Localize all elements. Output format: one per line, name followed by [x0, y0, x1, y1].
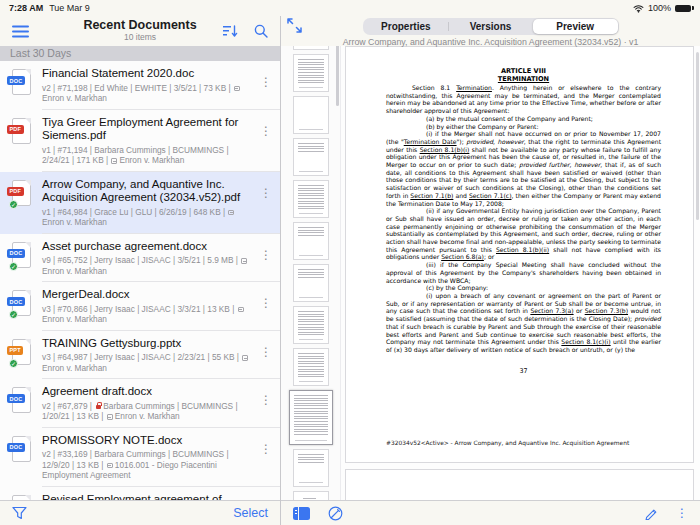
row-more-menu[interactable]: ⋮: [258, 393, 274, 407]
preview-scrollbar[interactable]: [696, 52, 699, 220]
row-more-menu[interactable]: ⋮: [258, 442, 274, 456]
row-more-menu[interactable]: ⋮: [258, 124, 274, 138]
file-type-icon: PPT ✓: [10, 339, 32, 366]
document-title: Agreement draft.docx: [42, 385, 258, 399]
file-type-icon: DOC ✓: [10, 436, 32, 463]
thumbnail-scrollbar[interactable]: [336, 42, 339, 106]
toggle-thumbnails-button[interactable]: [293, 507, 310, 520]
pdf-paragraph: (iii) if the Company Special Meeting sha…: [386, 261, 661, 284]
annotate-button[interactable]: [644, 506, 658, 520]
document-title: Financial Statement 2020.doc: [42, 67, 258, 81]
matter-icon: [242, 355, 248, 361]
file-type-icon: PDF ✓: [10, 180, 32, 207]
status-bar: 7:28 AM Tue Mar 9 100%: [0, 0, 700, 16]
pdf-preview[interactable]: ARTICLE VIII TERMINATION Section 8.1 Ter…: [341, 16, 700, 500]
matter-icon: [234, 86, 240, 92]
pdf-paragraph: Section 8.1 Termination. Anything herein…: [386, 84, 661, 115]
pdf-paragraph: (i) upon a breach of any covenant or agr…: [386, 292, 661, 354]
document-meta: v2 | #33,169 | Barbara Cummings | BCUMMI…: [42, 449, 258, 481]
expand-arrows-icon: [287, 18, 302, 33]
document-title: PROMISSORY NOTE.docx: [42, 434, 258, 448]
file-type-badge: DOC: [7, 297, 25, 306]
page-thumbnail-list: [281, 16, 340, 500]
file-type-icon: DOC ✓: [10, 387, 32, 414]
pdf-text: Section 8.1 Termination. Anything herein…: [386, 84, 661, 354]
page-thumbnail-strip: [281, 16, 341, 500]
app-window: 7:28 AM Tue Mar 9 100%: [0, 0, 700, 525]
search-button[interactable]: [254, 24, 268, 38]
list-header: Recent Documents 10 items: [0, 16, 280, 46]
document-meta: v3 | #70,866 | Jerry Isaac | JISAAC | 3/…: [42, 304, 258, 325]
menu-button[interactable]: [12, 25, 29, 38]
more-options-button[interactable]: ⋮: [676, 507, 688, 519]
select-button[interactable]: Select: [233, 506, 268, 520]
document-row[interactable]: PPT ✓ TRAINING Gettysburg.pptx v3 | #64,…: [0, 331, 280, 380]
file-type-icon: DOC ✓: [10, 242, 32, 269]
sidebar-panel-icon: [293, 507, 310, 520]
matter-icon: [111, 158, 117, 164]
termination-heading: TERMINATION: [386, 75, 661, 83]
document-row[interactable]: PDF ✓ Arrow Company, and Aquantive Inc. …: [0, 172, 280, 234]
file-type-icon: DOC ✓: [10, 69, 32, 96]
row-more-menu[interactable]: ⋮: [258, 248, 274, 262]
file-type-badge: PPT: [7, 346, 23, 355]
document-row[interactable]: DOC ✓ Financial Statement 2020.doc v2 | …: [0, 61, 280, 110]
document-list: DOC ✓ Financial Statement 2020.doc v2 | …: [0, 61, 280, 500]
checked-in-icon: ✓: [9, 359, 18, 368]
row-more-menu[interactable]: ⋮: [258, 75, 274, 89]
document-meta: v1 | #71,194 | Barbara Cummings | BCUMMI…: [42, 145, 258, 166]
document-row[interactable]: DOC ✓ PROMISSORY NOTE.docx v2 | #33,169 …: [0, 428, 280, 487]
tab-versions[interactable]: Versions: [448, 19, 533, 34]
hamburger-icon: [12, 25, 29, 38]
document-row[interactable]: DOC ✓ Agreement draft.docx v2 | #67,879 …: [0, 379, 280, 428]
document-row[interactable]: PDF ✓ Tiya Greer Employment Agreement fo…: [0, 110, 280, 172]
date: Tue Mar 9: [49, 3, 90, 13]
document-meta: v2 | #71,198 | Ed White | EWHITE | 3/5/2…: [42, 83, 258, 104]
document-title: Revised Employment agreement of Diego.do…: [42, 493, 258, 501]
preview-header: PropertiesVersionsPreview Arrow Company,…: [281, 16, 700, 46]
markup-pen-circle-icon: [328, 506, 343, 521]
sort-icon: [223, 25, 238, 38]
row-more-menu[interactable]: ⋮: [258, 345, 274, 359]
expand-preview-button[interactable]: [287, 18, 303, 34]
section-header: Last 30 Days: [0, 46, 280, 61]
sort-button[interactable]: [223, 24, 238, 38]
document-row[interactable]: DOC ✓ MergerDeal.docx v3 | #70,866 | Jer…: [0, 282, 280, 331]
row-more-menu[interactable]: ⋮: [258, 186, 274, 200]
page-thumbnail[interactable]: [293, 306, 329, 344]
matter-icon: [228, 210, 234, 216]
filter-funnel-icon: [12, 506, 27, 520]
article-heading: ARTICLE VIII: [386, 67, 661, 75]
tab-preview[interactable]: Preview: [533, 19, 618, 34]
file-type-icon: DOC ✓: [10, 495, 32, 501]
view-tabs: PropertiesVersionsPreview: [363, 18, 619, 35]
page-thumbnail[interactable]: [293, 449, 329, 487]
row-more-menu[interactable]: ⋮: [258, 296, 274, 310]
page-thumbnail[interactable]: [293, 138, 329, 176]
document-row[interactable]: DOC ✓ Asset purchase agreement.docx v9 |…: [0, 234, 280, 283]
page-thumbnail[interactable]: [293, 348, 329, 386]
document-row[interactable]: DOC ✓ Revised Employment agreement of Di…: [0, 487, 280, 501]
preview-doc-title: Arrow Company, and Aquantive Inc. Acquis…: [281, 37, 700, 47]
wifi-icon: [633, 4, 644, 13]
filter-button[interactable]: [12, 506, 27, 520]
page-thumbnail[interactable]: [293, 264, 329, 302]
document-meta: v1 | #64,984 | Grace Lu | GLU | 6/26/19 …: [42, 207, 258, 228]
page-thumbnail[interactable]: [293, 491, 329, 500]
checked-in-icon: ✓: [9, 310, 18, 319]
file-type-icon: PDF ✓: [10, 118, 32, 145]
preview-toolbar: ⋮: [281, 500, 700, 525]
page-thumbnail[interactable]: [289, 390, 333, 445]
pdf-paragraph: (i) if the Merger shall not have occurre…: [386, 130, 661, 207]
matter-icon: [241, 258, 247, 264]
matter-icon: [238, 307, 244, 313]
page-thumbnail[interactable]: [293, 96, 329, 134]
page-thumbnail[interactable]: [293, 180, 329, 218]
list-toolbar: Select: [0, 500, 280, 525]
page-thumbnail[interactable]: [293, 54, 329, 92]
markup-button[interactable]: [328, 506, 343, 521]
file-type-badge: DOC: [7, 394, 25, 403]
tab-properties[interactable]: Properties: [364, 19, 449, 34]
lock-icon: [96, 405, 101, 409]
page-thumbnail[interactable]: [293, 222, 329, 260]
